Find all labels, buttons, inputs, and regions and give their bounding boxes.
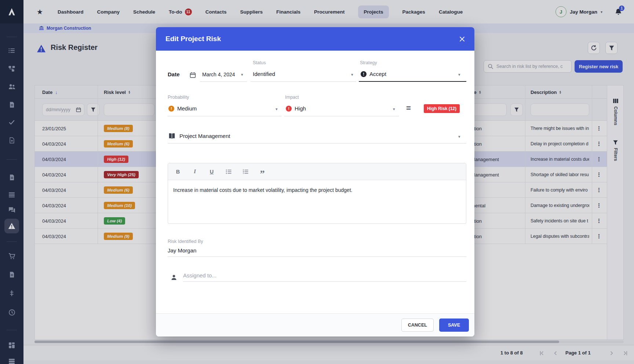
status-label: Status (253, 60, 266, 65)
chevron-down-icon[interactable]: ▾ (458, 134, 460, 139)
person-icon (171, 274, 177, 281)
strategy-select-value[interactable]: Accept (369, 71, 386, 77)
app-window: ★ Dashboard Company Schedule To-do11 Con… (0, 0, 634, 364)
calendar-icon[interactable] (190, 72, 196, 78)
chevron-down-icon[interactable]: ▾ (393, 107, 395, 112)
save-button[interactable]: SAVE (439, 318, 469, 332)
chevron-down-icon[interactable]: ▾ (351, 72, 353, 77)
status-select-value[interactable]: Identified (253, 71, 275, 77)
modal-title: Edit Project Risk (165, 35, 221, 43)
modal-body: Date March 4, 2024 ▾ Status Identified ▾… (156, 51, 474, 313)
strategy-status-icon: ! (361, 71, 367, 77)
chevron-down-icon[interactable]: ▾ (241, 72, 243, 77)
category-select-value[interactable]: Project Management (179, 133, 230, 139)
identified-by-input[interactable] (168, 247, 466, 257)
edit-project-risk-modal: Edit Project Risk Date March 4, 2024 ▾ S… (156, 27, 474, 336)
date-field-label: Date (168, 71, 180, 77)
underline-button[interactable]: U (208, 168, 216, 176)
probability-warning-icon: ! (168, 106, 174, 112)
book-icon (168, 132, 175, 139)
assigned-to-input[interactable] (183, 272, 466, 282)
impact-label: Impact (285, 95, 299, 100)
equals-sign: = (406, 103, 411, 113)
probability-label: Probability (168, 95, 189, 100)
date-value[interactable]: March 4, 2024 (202, 72, 235, 77)
cancel-button[interactable]: CANCEL (401, 318, 434, 332)
italic-button[interactable]: I (191, 168, 199, 176)
modal-footer: CANCEL SAVE (156, 313, 474, 336)
probability-select-value[interactable]: Medium (177, 105, 197, 112)
strategy-label: Strategy (360, 60, 377, 65)
identified-by-label: Risk Identified By (168, 239, 203, 244)
impact-select-value[interactable]: High (295, 105, 306, 112)
bullet-list-button[interactable] (225, 168, 233, 176)
description-editor-content[interactable]: Increase in material costs due to market… (168, 180, 466, 200)
chevron-down-icon[interactable]: ▾ (276, 107, 278, 112)
bold-button[interactable]: B (174, 168, 182, 176)
description-editor: B I U ” Increase in material costs due t… (168, 163, 466, 224)
risk-result-badge: High Risk (12) (424, 104, 460, 113)
impact-warning-icon: ! (286, 106, 292, 112)
blockquote-button[interactable]: ” (258, 168, 266, 176)
close-button[interactable] (459, 36, 465, 42)
close-icon (459, 36, 465, 42)
chevron-down-icon[interactable]: ▾ (458, 72, 460, 77)
modal-header: Edit Project Risk (156, 27, 474, 51)
editor-toolbar: B I U ” (168, 163, 466, 180)
numbered-list-button[interactable] (241, 168, 249, 176)
